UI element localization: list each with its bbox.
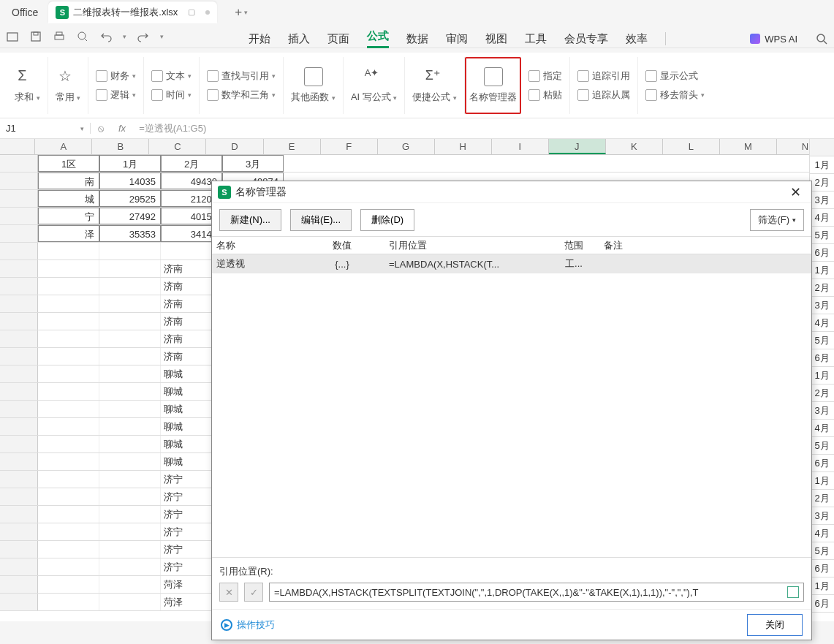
- quick-formula-button[interactable]: Σ⁺便捷公式 ▾: [412, 67, 457, 104]
- col-header[interactable]: K: [606, 139, 663, 154]
- open-icon[interactable]: [6, 30, 19, 43]
- time-button[interactable]: 时间▾: [151, 88, 192, 102]
- name-manager-button[interactable]: 名称管理器: [469, 67, 517, 104]
- menu-效率[interactable]: 效率: [626, 32, 648, 46]
- cell[interactable]: 27492: [99, 208, 161, 224]
- range-picker-icon[interactable]: [787, 586, 799, 598]
- common-button[interactable]: ☆常用 ▾: [56, 67, 81, 104]
- col-header[interactable]: I: [492, 139, 549, 154]
- cell[interactable]: 6月: [810, 455, 834, 472]
- cell[interactable]: 4月: [810, 420, 834, 437]
- cell[interactable]: 3月: [810, 402, 834, 420]
- cell[interactable]: 4月: [810, 525, 834, 542]
- cell[interactable]: 14035: [99, 173, 161, 189]
- lookup-button[interactable]: 查找与引用▾: [207, 69, 276, 83]
- cell[interactable]: 1区: [38, 155, 99, 172]
- chevron-down-icon[interactable]: ▾: [244, 9, 248, 16]
- cell[interactable]: 2月: [810, 490, 834, 507]
- logic-button[interactable]: 逻辑▾: [96, 88, 136, 102]
- col-header[interactable]: F: [321, 139, 378, 154]
- cell[interactable]: 1月: [810, 367, 834, 384]
- remove-arrow-button[interactable]: 移去箭头▾: [645, 88, 705, 102]
- menu-公式[interactable]: 公式: [367, 29, 389, 48]
- cell[interactable]: 35353: [99, 225, 161, 242]
- wps-ai-button[interactable]: WPS AI: [750, 34, 797, 45]
- redo-icon[interactable]: [137, 30, 150, 43]
- undo-icon[interactable]: [99, 30, 113, 43]
- cell[interactable]: 5月: [810, 437, 834, 455]
- close-button[interactable]: 关闭: [747, 614, 803, 636]
- col-header[interactable]: H: [435, 139, 492, 154]
- cell[interactable]: 2月: [810, 384, 834, 402]
- trace-dep-button[interactable]: 追踪从属: [577, 88, 630, 102]
- chevron-down-icon[interactable]: ▾: [80, 125, 84, 132]
- fx-icon[interactable]: fx: [118, 123, 126, 134]
- cell[interactable]: 城: [38, 190, 99, 207]
- confirm-ref-button[interactable]: ✓: [244, 583, 263, 602]
- col-header[interactable]: M: [720, 139, 777, 154]
- cell[interactable]: 2月: [810, 174, 834, 192]
- search-icon[interactable]: [815, 32, 828, 45]
- other-functions-button[interactable]: 其他函数 ▾: [291, 67, 336, 104]
- cell[interactable]: 5月: [810, 227, 834, 244]
- finance-button[interactable]: 财务▾: [96, 69, 136, 83]
- office-tab[interactable]: Office: [4, 4, 45, 21]
- cell[interactable]: 2月: [161, 155, 222, 172]
- col-header[interactable]: C: [149, 139, 206, 154]
- cell[interactable]: 29525: [99, 190, 161, 207]
- menu-数据[interactable]: 数据: [406, 32, 428, 46]
- col-header[interactable]: J: [549, 139, 606, 154]
- cell[interactable]: 1月: [810, 156, 834, 174]
- menu-审阅[interactable]: 审阅: [446, 32, 468, 46]
- text-button[interactable]: 文本▾: [151, 69, 192, 83]
- cell[interactable]: 4月: [810, 209, 834, 227]
- name-box[interactable]: J1▾: [0, 123, 91, 134]
- menu-工具[interactable]: 工具: [525, 32, 547, 46]
- print-preview-icon[interactable]: [76, 30, 89, 43]
- save-icon[interactable]: [29, 30, 42, 43]
- new-tab-button[interactable]: +▾: [230, 4, 252, 21]
- specify-button[interactable]: 指定: [528, 69, 562, 83]
- cell[interactable]: 6月: [810, 244, 834, 262]
- cell[interactable]: 4月: [810, 314, 834, 332]
- col-header[interactable]: G: [378, 139, 435, 154]
- cell[interactable]: [38, 243, 99, 260]
- col-header[interactable]: L: [663, 139, 720, 154]
- menu-开始[interactable]: 开始: [249, 32, 270, 46]
- cell[interactable]: 3月: [810, 192, 834, 209]
- cell[interactable]: 1月: [810, 472, 834, 490]
- menu-会员专享[interactable]: 会员专享: [564, 32, 608, 46]
- cell[interactable]: 1月: [810, 577, 834, 595]
- ref-input[interactable]: =LAMBDA(X,HSTACK(TEXTSPLIT(TEXTJOIN(",",…: [269, 583, 804, 602]
- sum-button[interactable]: Σ求和 ▾: [15, 67, 40, 104]
- cell[interactable]: 3月: [810, 507, 834, 525]
- tips-link[interactable]: ▶操作技巧: [221, 618, 275, 632]
- paste-button[interactable]: 粘贴: [528, 88, 562, 102]
- redo-dropdown-icon[interactable]: ▾: [160, 33, 164, 40]
- undo-dropdown-icon[interactable]: ▾: [123, 33, 126, 40]
- ai-formula-button[interactable]: A✦AI 写公式 ▾: [351, 67, 398, 104]
- cell[interactable]: 5月: [810, 332, 834, 349]
- cell[interactable]: 6月: [810, 595, 834, 613]
- cell[interactable]: 1月: [99, 155, 161, 172]
- show-formula-button[interactable]: 显示公式: [645, 69, 705, 83]
- document-tab[interactable]: S 二维报表转一维报表.xlsx ▢: [48, 1, 217, 23]
- col-header[interactable]: D: [206, 139, 263, 154]
- close-icon[interactable]: ✕: [786, 184, 805, 200]
- cell[interactable]: 宁: [38, 208, 99, 224]
- cell[interactable]: 南: [38, 173, 99, 189]
- cell[interactable]: [99, 243, 161, 260]
- new-button[interactable]: 新建(N)...: [219, 209, 281, 231]
- cell[interactable]: 3月: [222, 155, 284, 172]
- cell[interactable]: 1月: [810, 262, 834, 279]
- cancel-formula-icon[interactable]: ⦸: [98, 123, 110, 135]
- filter-dropdown[interactable]: 筛选(F)▾: [750, 209, 804, 231]
- col-header[interactable]: E: [264, 139, 321, 154]
- cell[interactable]: 3月: [810, 297, 834, 314]
- delete-button[interactable]: 删除(D): [360, 209, 414, 231]
- cell[interactable]: 2月: [810, 279, 834, 297]
- cell[interactable]: 6月: [810, 349, 834, 367]
- menu-插入[interactable]: 插入: [288, 32, 310, 46]
- cell[interactable]: 5月: [810, 542, 834, 560]
- col-header[interactable]: A: [35, 139, 92, 154]
